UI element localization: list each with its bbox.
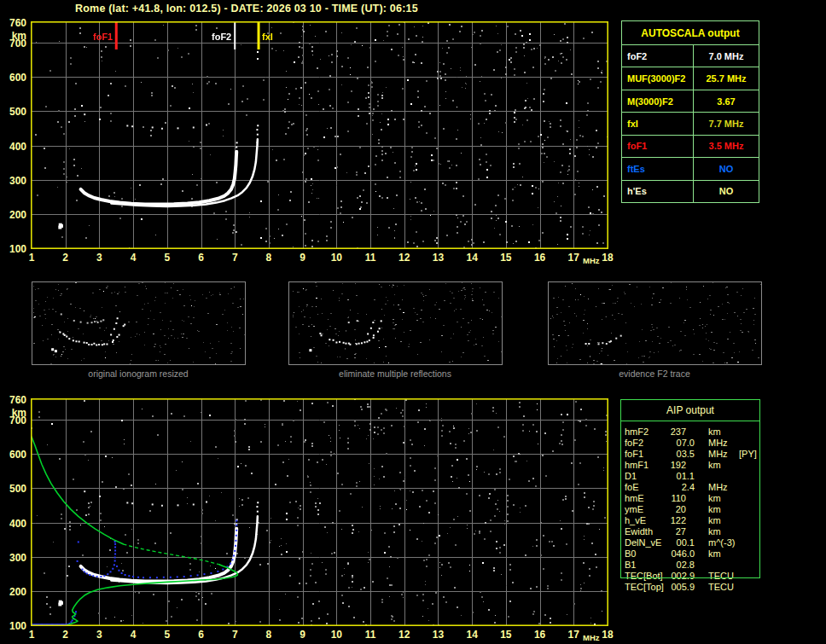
autoscala-table-row: M(3000)F23.67 (622, 90, 759, 112)
x-tick-top-11: 11 (359, 252, 381, 264)
aip-table-row: hmF2237km (625, 426, 759, 438)
aip-row-label: TEC[Top] (625, 582, 667, 593)
ionogram-plot-bottom (31, 398, 608, 626)
y-tick-bottom-100: 100 (0, 620, 26, 632)
y-tick-bottom-500: 500 (0, 483, 26, 495)
aip-row-note (737, 548, 759, 560)
autoscala-output-table: AUTOSCALA output foF27.0 MHzMUF(3000)F22… (621, 20, 759, 203)
autoscala-row-label: M(3000)F2 (622, 90, 694, 112)
aip-row-note (737, 438, 759, 449)
aip-row-value: 046.0 (667, 548, 695, 560)
aip-row-label: foE (625, 482, 667, 493)
aip-row-note (737, 482, 759, 493)
aip-row-label: hmF2 (625, 426, 667, 438)
x-tick-top-17: 17 (562, 252, 585, 264)
y-tick-top-400: 400 (0, 141, 26, 153)
aip-table-row: ymE20km (625, 504, 759, 515)
x-tick-bottom-6: 6 (190, 629, 212, 641)
aip-row-label: B0 (625, 548, 667, 560)
autoscala-row-value: 7.0 MHz (694, 45, 759, 67)
autoscala-row-value: 3.67 (694, 90, 759, 112)
aip-row-unit: MHz (695, 438, 737, 449)
aip-row-note (737, 504, 759, 515)
y-tick-bottom-600: 600 (0, 449, 26, 461)
autoscala-row-label: fxI (622, 113, 694, 134)
aip-row-unit: TECU (695, 582, 737, 593)
aip-row-label: foF2 (625, 438, 667, 449)
y-tick-bottom-400: 400 (0, 518, 26, 530)
autoscala-table-row: MUF(3000)F225.7 MHz (622, 67, 759, 89)
x-tick-bottom-10: 10 (325, 629, 347, 641)
aip-table-row: Ewidth27km (625, 526, 759, 537)
thumbnail-caption-evidence: evidence F2 trace (619, 368, 689, 379)
autoscala-row-value: NO (694, 181, 759, 202)
ionogram-plot-top (31, 21, 608, 249)
aip-row-value: 005.9 (667, 582, 695, 593)
aip-row-unit: km (695, 515, 737, 526)
aip-row-unit: m^(-3) (695, 537, 737, 548)
aip-row-unit: km (695, 526, 737, 537)
autoscala-row-label: ftEs (622, 158, 694, 179)
y-tick-top-300: 300 (0, 175, 26, 187)
aip-row-label: h_vE (625, 515, 667, 526)
y-tick-top-500: 500 (0, 106, 26, 118)
x-axis-unit-top: MHz (583, 256, 600, 265)
aip-row-unit: MHz (695, 482, 737, 493)
x-tick-bottom-2: 2 (55, 629, 77, 641)
y-tick-top-760: 760 (0, 17, 26, 29)
y-tick-top-600: 600 (0, 72, 26, 84)
thumbnail-original-ionogram (32, 281, 246, 365)
x-tick-bottom-16: 16 (529, 629, 551, 641)
y-tick-top-100: 100 (0, 243, 26, 255)
aip-row-note (737, 493, 759, 504)
page-title: Rome (lat: +41.8, lon: 012.5) - DATE: 20… (75, 3, 418, 15)
aip-table-row: hmF1192km (625, 460, 759, 471)
autoscala-table-row: h'EsNO (622, 180, 759, 202)
aip-table-header: AIP output (620, 404, 760, 416)
aip-table-row: h_vE122km (625, 515, 759, 526)
x-tick-bottom-11: 11 (359, 629, 381, 641)
autoscala-window: Rome (lat: +41.8, lon: 012.5) - DATE: 20… (0, 0, 826, 644)
aip-table-row: D101.1 (625, 471, 759, 482)
aip-row-value: 00.1 (667, 537, 695, 548)
aip-row-label: TEC[Bot] (625, 571, 667, 582)
aip-row-note (737, 460, 759, 471)
thumbnail-canvas-eliminate (289, 282, 502, 364)
aip-row-unit: km (695, 504, 737, 515)
y-axis-unit-top: km (0, 30, 26, 42)
aip-table-row: B102.8 (625, 560, 759, 571)
aip-row-note (737, 571, 759, 582)
aip-table-rows: hmF2237kmfoF207.0MHzfoF103.5MHz[PY]hmF11… (625, 426, 759, 593)
aip-row-value: 27 (667, 526, 695, 537)
aip-table-row: TEC[Bot]002.9TECU (625, 571, 759, 582)
y-tick-bottom-200: 200 (0, 586, 26, 598)
thumbnail-canvas-original (32, 282, 245, 364)
x-tick-top-7: 7 (224, 252, 246, 264)
aip-row-label: Ewidth (625, 526, 667, 537)
x-tick-bottom-15: 15 (495, 629, 517, 641)
autoscala-table-row: fxI7.7 MHz (622, 112, 759, 134)
y-tick-bottom-760: 760 (0, 394, 26, 406)
aip-table-row: foF207.0MHz (625, 438, 759, 449)
autoscala-table-header: AUTOSCALA output (622, 21, 759, 45)
autoscala-row-label: h'Es (622, 181, 694, 202)
aip-row-value: 002.9 (667, 571, 695, 582)
aip-row-unit: TECU (695, 571, 737, 582)
x-tick-bottom-5: 5 (156, 629, 178, 641)
x-tick-top-3: 3 (88, 252, 110, 264)
aip-table-row: foE2.4MHz (625, 482, 759, 493)
marker-label-fxI: fxI (262, 32, 273, 42)
aip-row-label: B1 (625, 560, 667, 571)
aip-row-value: 03.5 (667, 449, 695, 460)
x-tick-top-5: 5 (156, 252, 178, 264)
autoscala-table-row: ftEsNO (622, 157, 759, 179)
autoscala-row-label: foF1 (622, 136, 694, 157)
aip-row-label: hmF1 (625, 460, 667, 471)
x-tick-top-6: 6 (190, 252, 212, 264)
thumbnail-caption-eliminate: eliminate multiple reflections (339, 368, 451, 379)
aip-table-row: TEC[Top]005.9TECU (625, 582, 759, 593)
x-tick-bottom-13: 13 (427, 629, 449, 641)
x-tick-bottom-9: 9 (292, 629, 314, 641)
aip-table-row: DelN_vE00.1m^(-3) (625, 537, 759, 548)
autoscala-row-value: 7.7 MHz (694, 113, 759, 134)
